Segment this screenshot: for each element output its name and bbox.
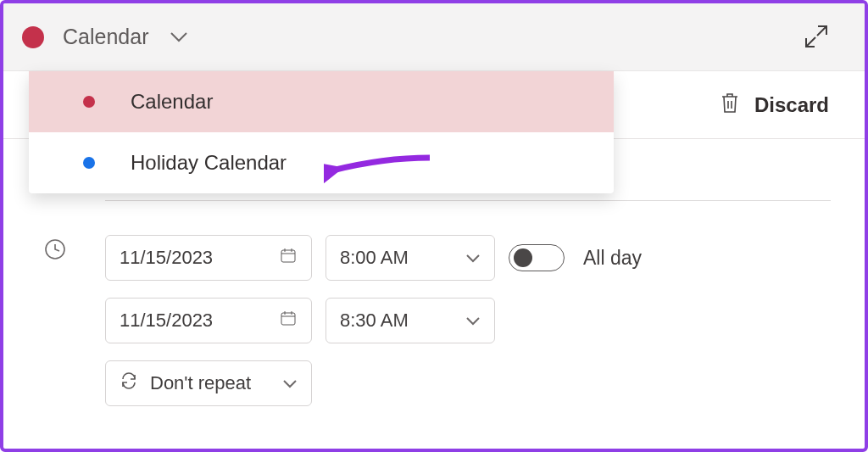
end-time-field[interactable]: 8:30 AM bbox=[326, 298, 495, 343]
event-editor-window: Calendar Discar bbox=[0, 0, 868, 452]
clock-icon bbox=[44, 238, 66, 264]
discard-button[interactable]: Discard bbox=[719, 91, 829, 120]
discard-label: Discard bbox=[754, 93, 829, 117]
svg-rect-9 bbox=[281, 313, 295, 325]
all-day-toggle[interactable] bbox=[509, 244, 565, 271]
expand-icon[interactable] bbox=[802, 22, 831, 51]
calendar-option-label: Calendar bbox=[131, 90, 213, 114]
chevron-down-icon bbox=[465, 310, 481, 332]
all-day-label: All day bbox=[583, 247, 642, 270]
repeat-field[interactable]: Don't repeat bbox=[105, 360, 312, 406]
chevron-down-icon[interactable] bbox=[167, 27, 191, 47]
calendar-icon bbox=[279, 309, 298, 332]
end-date-field[interactable]: 11/15/2023 bbox=[105, 298, 312, 343]
selected-calendar-label[interactable]: Calendar bbox=[63, 25, 148, 49]
repeat-value: Don't repeat bbox=[150, 372, 251, 394]
calendar-selector-bar: Calendar bbox=[3, 3, 865, 71]
end-date-value: 11/15/2023 bbox=[120, 310, 213, 332]
calendar-option-calendar[interactable]: Calendar bbox=[29, 71, 614, 132]
start-time-field[interactable]: 8:00 AM bbox=[326, 235, 495, 281]
calendar-dropdown: Calendar Holiday Calendar bbox=[29, 71, 614, 193]
svg-line-0 bbox=[817, 26, 826, 36]
calendar-option-holiday[interactable]: Holiday Calendar bbox=[29, 132, 614, 193]
chevron-down-icon bbox=[465, 247, 481, 269]
start-date-field[interactable]: 11/15/2023 bbox=[105, 235, 312, 281]
calendar-color-dot bbox=[83, 96, 95, 108]
calendar-color-dot bbox=[83, 157, 95, 169]
svg-rect-5 bbox=[281, 250, 295, 262]
chevron-down-icon bbox=[282, 372, 298, 394]
calendar-option-label: Holiday Calendar bbox=[131, 151, 287, 175]
trash-icon bbox=[719, 91, 741, 120]
datetime-row: 11/15/2023 8:00 AM All day bbox=[37, 221, 831, 411]
start-time-value: 8:00 AM bbox=[340, 247, 409, 269]
svg-line-1 bbox=[806, 37, 815, 47]
start-date-value: 11/15/2023 bbox=[120, 247, 213, 269]
repeat-icon bbox=[120, 371, 138, 395]
calendar-icon bbox=[279, 246, 298, 270]
calendar-color-dot bbox=[22, 26, 44, 48]
end-time-value: 8:30 AM bbox=[340, 310, 409, 332]
toggle-knob bbox=[514, 248, 532, 267]
